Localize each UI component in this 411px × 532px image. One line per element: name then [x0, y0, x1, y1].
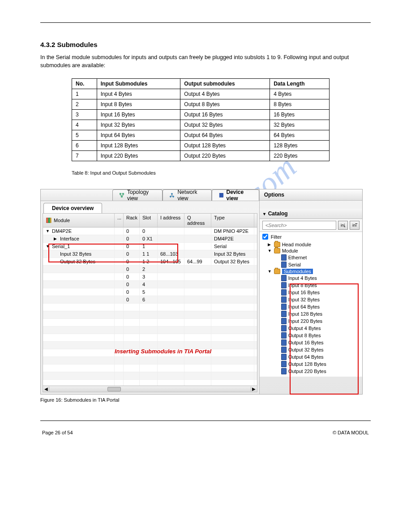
bottom-rule: [40, 420, 371, 421]
device-row[interactable]: Input 32 Bytes01 168...103Input 32 Bytes: [43, 250, 257, 258]
horizontal-scrollbar[interactable]: ◀ ▶: [43, 386, 257, 392]
catalog-tree-item[interactable]: Input 64 Bytes: [262, 303, 360, 310]
device-row-empty: [43, 372, 257, 380]
device-row[interactable]: ▶ Interface00 X1DM4P2E: [43, 235, 257, 243]
table-row: 2Input 8 BytesOutput 8 Bytes8 Bytes: [72, 99, 330, 110]
catalog-body: Filter ▶Head module▼ModuleEthernetSerial…: [260, 232, 362, 377]
module-chip-icon: [281, 354, 287, 360]
table-cell: 220 Bytes: [270, 151, 329, 161]
catalog-tree-item[interactable]: Input 8 Bytes: [262, 282, 360, 289]
catalog-tree-item[interactable]: Input 220 Bytes: [262, 317, 360, 325]
scroll-left-button[interactable]: ◀: [43, 386, 49, 391]
catalog-tree-item[interactable]: Input 16 Bytes: [262, 289, 360, 296]
catalog-item-label: Input 64 Bytes: [288, 304, 320, 309]
network-icon: [169, 192, 175, 198]
catalog-item-label: Output 64 Bytes: [288, 354, 324, 360]
catalog-tree-item[interactable]: ▼Submodules: [262, 268, 360, 275]
catalog-tree-item[interactable]: Output 16 Bytes: [262, 339, 360, 346]
svg-rect-7: [221, 193, 222, 197]
tree-toggle-icon[interactable]: ▼: [268, 269, 272, 274]
device-row[interactable]: Output 32 Bytes01 2104...10564...99Outpu…: [43, 258, 257, 266]
catalog-item-label: Head module: [282, 242, 311, 247]
view-tabs: Topology view Network view Device view: [41, 189, 259, 201]
scroll-right-button[interactable]: ▶: [251, 386, 257, 391]
device-row-empty: [43, 365, 257, 372]
tree-toggle-icon[interactable]: ▶: [54, 236, 58, 241]
module-chip-icon: [281, 325, 287, 331]
catalog-header[interactable]: ▾ Catalog: [260, 209, 362, 219]
catalog-tree-item[interactable]: Output 8 Bytes: [262, 332, 360, 339]
footer-left: Page 26 of 54: [42, 430, 73, 435]
folder-icon: [274, 269, 280, 274]
catalog-tree-item[interactable]: Output 128 Bytes: [262, 360, 360, 368]
th-len: Data Length: [270, 79, 329, 89]
module-chip-icon: [281, 296, 287, 303]
table-cell: Input 128 Bytes: [97, 141, 180, 151]
topology-icon: [119, 192, 124, 198]
table-cell: 16 Bytes: [270, 110, 329, 120]
table-row: 6Input 128 BytesOutput 128 Bytes128 Byte…: [72, 141, 330, 151]
submodule-table: No. Input Submodules Output submodules D…: [72, 78, 330, 161]
table-cell: Input 64 Bytes: [97, 130, 180, 141]
tree-toggle-icon[interactable]: ▼: [46, 229, 50, 233]
device-row[interactable]: 02: [43, 266, 257, 273]
table-cell: 2: [72, 99, 97, 110]
module-chip-icon: [281, 289, 287, 296]
svg-rect-8: [222, 193, 223, 197]
catalog-tree-item[interactable]: ▼Module: [262, 248, 360, 254]
catalog-tree-item[interactable]: Serial: [262, 261, 360, 268]
table-cell: Output 220 Bytes: [180, 151, 270, 161]
catalog-tree-item[interactable]: Output 4 Bytes: [262, 325, 360, 332]
table-cell: Input 32 Bytes: [97, 120, 180, 130]
table-row: 4Input 32 BytesOutput 32 Bytes32 Bytes: [72, 120, 330, 130]
catalog-tree-item[interactable]: Input 32 Bytes: [262, 296, 360, 303]
catalog-tree-item[interactable]: Input 4 Bytes: [262, 275, 360, 282]
tree-toggle-icon[interactable]: ▶: [268, 242, 272, 247]
table-caption: Table 8: Input and Output Submodules: [72, 170, 371, 176]
catalog-tree-item[interactable]: Input 128 Bytes: [262, 310, 360, 317]
catalog-tree-item[interactable]: Ethernet: [262, 254, 360, 261]
search-up-button[interactable]: ini̅: [350, 221, 360, 230]
catalog-search-input[interactable]: [262, 221, 336, 230]
svg-rect-6: [219, 193, 220, 197]
footer-right: © DATA MODUL: [333, 430, 369, 435]
module-icon: [46, 217, 52, 223]
catalog-item-label: Ethernet: [288, 255, 307, 260]
device-icon: [218, 192, 224, 198]
tree-toggle-icon[interactable]: ▼: [46, 244, 50, 249]
catalog-tree-item[interactable]: Output 32 Bytes: [262, 346, 360, 353]
tab-topology-view[interactable]: Topology view: [112, 189, 163, 201]
device-row[interactable]: 05: [43, 288, 257, 296]
catalog-item-label: Output 16 Bytes: [288, 340, 324, 345]
device-row[interactable]: 03: [43, 273, 257, 281]
table-cell: Input 4 Bytes: [97, 89, 180, 99]
module-chip-icon: [281, 262, 287, 268]
catalog-tree-item[interactable]: ▶Head module: [262, 241, 360, 248]
filter-checkbox[interactable]: [262, 234, 268, 240]
scroll-thumb[interactable]: [107, 387, 121, 391]
table-cell: Input 8 Bytes: [97, 99, 180, 110]
catalog-title: Catalog: [268, 210, 288, 217]
device-row[interactable]: ▼ DM4P2E00DM PNIO 4P2E: [43, 227, 257, 235]
options-header: Options: [260, 189, 362, 201]
table-cell: 7: [72, 151, 97, 161]
catalog-item-label: Input 16 Bytes: [288, 290, 320, 295]
module-chip-icon: [281, 275, 287, 281]
table-row: 3Input 16 BytesOutput 16 Bytes16 Bytes: [72, 110, 330, 120]
device-overview-tab[interactable]: Device overview: [43, 203, 102, 213]
table-row: 5Input 64 BytesOutput 64 Bytes64 Bytes: [72, 130, 330, 141]
catalog-search-row: ini̱ ini̅: [260, 219, 362, 232]
module-chip-icon: [281, 311, 287, 317]
tree-toggle-icon[interactable]: ▼: [268, 249, 272, 253]
device-row[interactable]: 04: [43, 281, 257, 288]
tab-device-view[interactable]: Device view: [212, 189, 259, 201]
module-chip-icon: [281, 332, 287, 339]
device-row[interactable]: ▼ Serial_101Serial: [43, 243, 257, 250]
svg-rect-9: [47, 218, 48, 223]
col-slot: Slot: [140, 214, 158, 227]
search-down-button[interactable]: ini̱: [338, 221, 348, 230]
tab-network-view[interactable]: Network view: [163, 189, 211, 201]
catalog-tree-item[interactable]: Output 64 Bytes: [262, 353, 360, 360]
catalog-tree-item[interactable]: Output 220 Bytes: [262, 368, 360, 375]
device-row[interactable]: 06: [43, 296, 257, 304]
